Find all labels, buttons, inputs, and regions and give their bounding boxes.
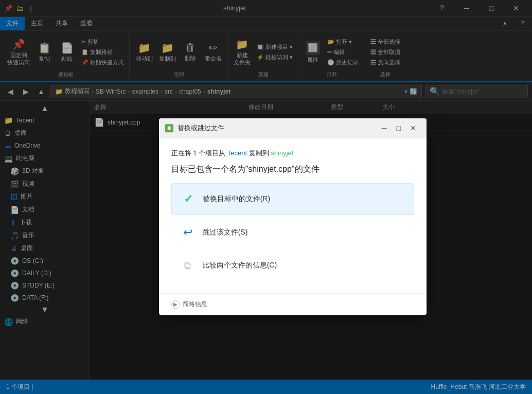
skip-option-label: 跳过该文件(S) [202,228,248,237]
dialog-source: Tecent [227,149,247,157]
dialog-title-icon: 📋 [165,124,173,132]
dialog-footer: ▶ 简略信息 [159,293,427,315]
dialog-minimize-button[interactable]: ─ [377,122,392,134]
dialog-close-button[interactable]: ✕ [406,122,420,134]
dialog-option-replace[interactable]: ✓ 替换目标中的文件(R) [171,183,414,215]
dialog-title: 替换或跳过文件 [178,123,377,133]
compare-icon: ⧉ [180,257,196,274]
dialog-body: 正在将 1 个项目从 Tecent 复制到 shinyjet 目标已包含一个名为… [159,138,427,293]
dialog-dest: shinyjet [271,149,293,157]
compare-option-label: 比较两个文件的信息(C) [202,261,277,270]
dialog-question: 目标已包含一个名为"shinyjet.cpp"的文件 [171,164,414,175]
check-icon: ✓ [180,191,197,207]
dialog-titlebar: 📋 替换或跳过文件 ─ □ ✕ [159,118,427,138]
expand-icon: ▶ [171,300,180,309]
dialog-option-compare[interactable]: ⧉ 比较两个文件的信息(C) [171,250,414,281]
copy-dialog: 📋 替换或跳过文件 ─ □ ✕ 正在将 1 个项目从 Tecent 复制到 sh… [159,118,427,315]
footer-expand[interactable]: ▶ 简略信息 [171,300,207,309]
dialog-option-skip[interactable]: ↩ 跳过该文件(S) [171,217,414,248]
skip-icon: ↩ [180,224,196,241]
dialog-overlay: 📋 替换或跳过文件 ─ □ ✕ 正在将 1 个项目从 Tecent 复制到 sh… [0,0,532,394]
footer-label: 简略信息 [183,300,207,309]
dialog-info-line: 正在将 1 个项目从 Tecent 复制到 shinyjet [171,149,414,158]
replace-option-label: 替换目标中的文件(R) [203,194,270,204]
dialog-maximize-button[interactable]: □ [392,122,406,134]
